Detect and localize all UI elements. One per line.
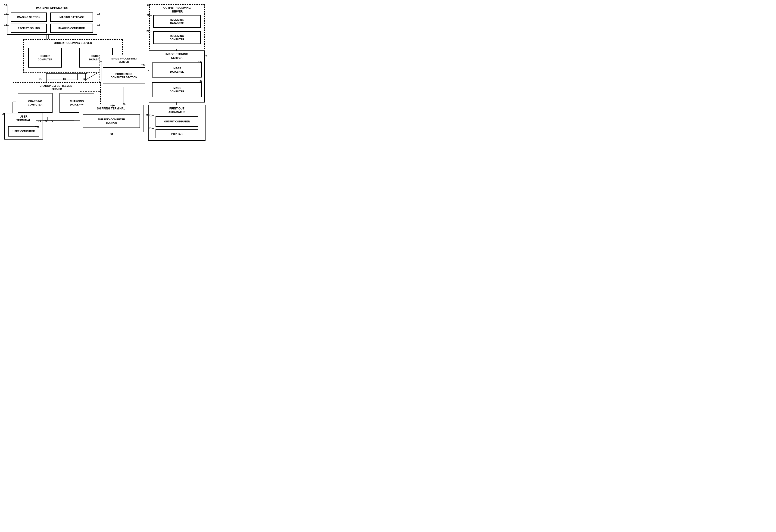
processing-computer-section-label: PROCESSINGCOMPUTER SECTION — [111, 72, 137, 79]
image-storing-server-box: IMAGE-STORINGSERVER IMAGEDATABASE IMAGEC… — [149, 50, 205, 103]
order-receiving-server-label: ORDER RECEIVING SERVER — [54, 41, 92, 45]
ref-arrow-11: — — [6, 13, 9, 16]
shipping-terminal-box: SHIPPING TERMINAL SHIPPING COMPUTERSECTI… — [79, 105, 144, 132]
shipping-computer-section-box: SHIPPING COMPUTERSECTION — [82, 114, 140, 128]
imaging-database-label: IMAGING DATABASE — [59, 15, 84, 19]
ref-31: –31 — [198, 79, 202, 82]
system-diagram: IMAGING APPARATUS IMAGING SECTION IMAGIN… — [0, 0, 208, 144]
ref-82: 82 — [83, 77, 85, 80]
ref-61: –61 — [141, 63, 145, 66]
charging-settlement-server-label: CHARGING & SETTLEMENTSERVER — [40, 84, 73, 91]
ref-80: 80 — [63, 77, 66, 80]
receiving-database-label: RECEIVINGDATABESE — [170, 18, 184, 25]
image-computer-label: IMAGECOMPUTER — [170, 86, 184, 93]
imaging-section-label: IMAGING SECTION — [17, 15, 40, 19]
imaging-apparatus-box: IMAGING APPARATUS IMAGING SECTION IMAGIN… — [7, 5, 97, 35]
image-computer-box: IMAGECOMPUTER — [152, 82, 202, 97]
ref-50: –50 — [111, 104, 115, 107]
receiving-database-box: RECEIVINGDATABESE — [153, 15, 201, 28]
ref-20: 20 — [147, 4, 150, 6]
receipt-issuing-label: RECEIPT-ISSUING — [18, 27, 40, 30]
ref-arrow-10: — — [6, 4, 9, 7]
ref-42: 42— — [149, 127, 154, 130]
printer-label: PRINTER — [171, 132, 182, 135]
svg-line-23 — [85, 72, 100, 80]
image-storing-server-label: IMAGE-STORINGSERVER — [166, 52, 188, 60]
shipping-computer-section-label: SHIPPING COMPUTERSECTION — [98, 118, 125, 125]
user-computer-box: USER COMPUTER — [8, 126, 39, 137]
receiving-computer-box: RECEIVINGCOMPUTER — [153, 31, 201, 44]
image-database-box: IMAGEDATABASE — [152, 62, 202, 77]
user-terminal-label: USERTERMINAL — [16, 115, 31, 122]
imaging-computer-label: IMAGING COMPUTER — [58, 27, 85, 30]
ref-72: 72 — [50, 120, 53, 122]
order-computer-box: ORDERCOMPUTER — [28, 48, 62, 67]
ref-21: 21— — [147, 30, 152, 32]
receipt-issuing-box: RECEIPT-ISSUING — [11, 24, 47, 33]
image-processing-server-label: IMAGE PROCESSINGSERVER — [111, 57, 137, 64]
output-receiving-server-box: OUTPUT-RECEIVINGSERVER RECEIVINGDATABESE… — [149, 4, 205, 49]
ref-51: 51 — [111, 133, 113, 136]
ref-32: –32 — [198, 60, 202, 63]
ref-81: 81 — [39, 77, 42, 80]
ref-91: –91 — [35, 125, 39, 128]
output-computer-box: OUTPUT COMPUTER — [156, 117, 198, 127]
imaging-section-box: IMAGING SECTION — [11, 12, 47, 22]
print-out-apparatus-box: PRINT OUTAPPARATUS OUTPUT COMPUTER PRINT… — [148, 105, 205, 141]
ref-71: 71 — [38, 120, 41, 122]
printer-box: PRINTER — [156, 129, 198, 138]
ref-arrow-14: — — [6, 24, 9, 27]
ref-12: 12 — [97, 23, 100, 26]
imaging-computer-box: IMAGING COMPUTER — [50, 24, 93, 33]
ref-90: 90 — [2, 113, 5, 115]
output-receiving-server-label: OUTPUT-RECEIVINGSERVER — [163, 6, 191, 13]
ref-70: 70 — [45, 120, 47, 122]
image-processing-server-box: IMAGE PROCESSINGSERVER PROCESSINGCOMPUTE… — [100, 55, 148, 87]
user-computer-label: USER COMPUTER — [12, 130, 35, 133]
ref-13: 13 — [97, 12, 100, 15]
imaging-database-box: IMAGING DATABASE — [50, 12, 93, 22]
ref-30: 30 — [204, 54, 207, 57]
ref-22: 22— — [147, 14, 152, 17]
processing-computer-section-box: PROCESSINGCOMPUTER SECTION — [103, 67, 145, 84]
charging-computer-label: CHARGINGCOMPUTER — [28, 100, 43, 106]
image-database-label: IMAGEDATABASE — [170, 67, 184, 73]
output-computer-label: OUTPUT COMPUTER — [164, 120, 190, 123]
ref-41: 41— — [149, 114, 154, 117]
imaging-apparatus-label: IMAGING APPARATUS — [36, 6, 68, 10]
print-out-apparatus-label: PRINT OUTAPPARATUS — [169, 107, 185, 114]
ref-60: 60 — [123, 103, 126, 106]
charging-computer-box: CHARGINGCOMPUTER — [18, 93, 52, 113]
shipping-terminal-label: SHIPPING TERMINAL — [97, 107, 126, 111]
order-computer-label: ORDERCOMPUTER — [38, 54, 52, 61]
receiving-computer-label: RECEIVINGCOMPUTER — [170, 34, 184, 41]
